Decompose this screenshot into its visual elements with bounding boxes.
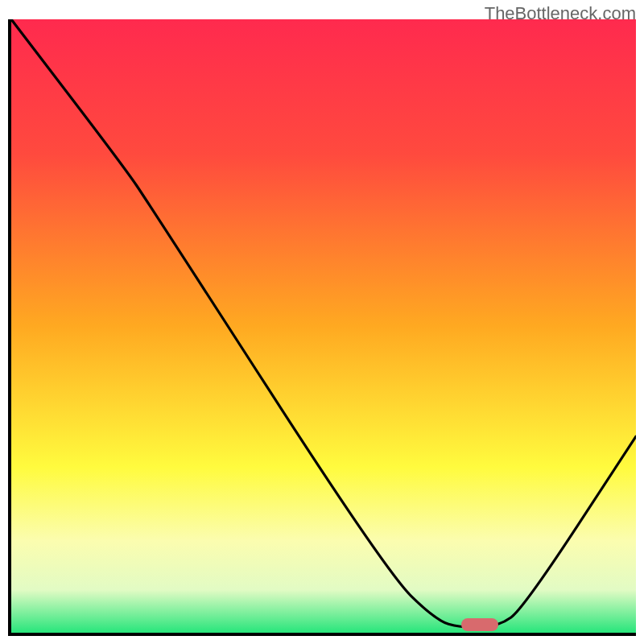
chart-svg (11, 19, 636, 633)
chart-background (11, 19, 636, 633)
chart-area (8, 19, 636, 636)
chart-inner (11, 19, 636, 633)
watermark-text: TheBottleneck.com (485, 3, 636, 24)
optimum-marker (461, 618, 498, 631)
